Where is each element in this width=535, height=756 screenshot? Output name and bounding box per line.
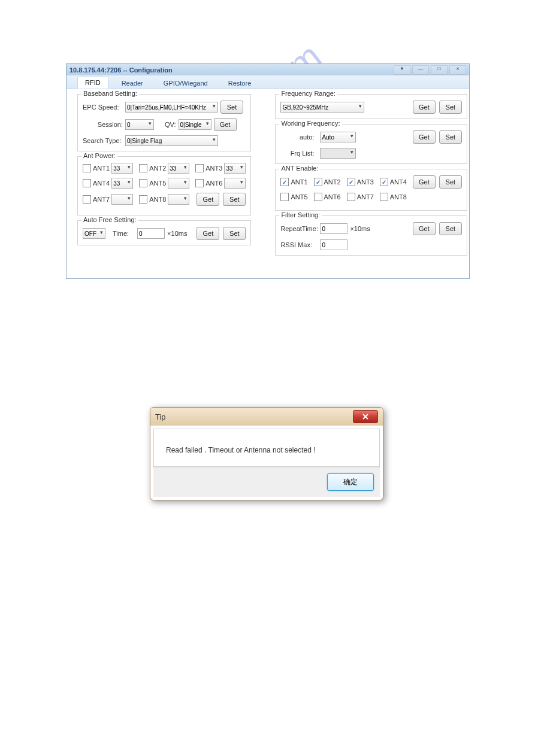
ant-enable-5-label: ANT5 xyxy=(291,193,307,201)
ant2-checkbox[interactable] xyxy=(139,164,147,172)
ant-enable-6-label: ANT6 xyxy=(324,193,341,201)
minimize-window-button[interactable]: — xyxy=(412,65,429,75)
auto-select[interactable] xyxy=(320,132,356,142)
auto-free-get-button[interactable]: Get xyxy=(197,227,219,240)
session-label: Session: xyxy=(83,121,123,128)
rssi-max-input[interactable] xyxy=(320,239,347,250)
repeat-time-input[interactable] xyxy=(320,223,347,234)
ant5-checkbox[interactable] xyxy=(139,179,147,187)
dialog-title: Tip xyxy=(155,412,166,421)
ant-enable-group: ANT Enable: ✓ANT1 ✓ANT2 ✓ANT3 ✓ANT4 Get … xyxy=(275,169,467,211)
ant-enable-get-button[interactable]: Get xyxy=(413,175,436,189)
ant5-power-select[interactable] xyxy=(168,178,189,189)
ant-enable-1-label: ANT1 xyxy=(291,178,307,186)
tab-row: RFID Reader GPIO/Wiegand Restore xyxy=(67,75,469,89)
ant-enable-8-label: ANT8 xyxy=(390,193,407,201)
freq-range-select[interactable] xyxy=(280,102,364,113)
auto-label: auto: xyxy=(280,133,314,141)
ant2-power-select[interactable] xyxy=(168,163,189,174)
maximize-window-button[interactable]: □ xyxy=(431,65,448,75)
dialog-titlebar: Tip xyxy=(150,408,383,426)
ant8-label: ANT8 xyxy=(149,196,166,203)
freq-range-set-button[interactable]: Set xyxy=(439,101,462,114)
working-freq-set-button[interactable]: Set xyxy=(439,130,462,144)
close-window-button[interactable]: × xyxy=(449,65,466,75)
frq-list-select[interactable] xyxy=(320,148,356,159)
filter-group: Filter Setting: RepeatTime: ×10ms Get Se… xyxy=(275,215,467,256)
ant3-label: ANT3 xyxy=(205,165,222,172)
ant8-power-select[interactable] xyxy=(168,194,189,205)
ant7-checkbox[interactable] xyxy=(83,195,91,204)
ant4-label: ANT4 xyxy=(93,180,110,187)
ant-power-get-button[interactable]: Get xyxy=(197,193,219,206)
baseband-get-button[interactable]: Get xyxy=(214,118,237,131)
tab-reader[interactable]: Reader xyxy=(114,78,150,89)
ant-power-group: Ant Power: ANT1 ANT2 ANT3 ANT4 ANT5 ANT6… xyxy=(77,156,251,215)
tab-restore[interactable]: Restore xyxy=(221,78,259,89)
ant3-power-select[interactable] xyxy=(224,163,246,174)
dropdown-window-button[interactable]: ▾ xyxy=(394,65,410,75)
ant2-label: ANT2 xyxy=(149,165,166,172)
close-icon xyxy=(362,414,369,420)
auto-free-unit: ×10ms xyxy=(167,230,187,237)
ant6-power-select[interactable] xyxy=(224,178,246,189)
ant-enable-7-label: ANT7 xyxy=(357,193,374,201)
ant6-label: ANT6 xyxy=(205,180,222,187)
config-window: 10.8.175.44:7206 -- Configuration ▾ — □ … xyxy=(66,63,470,279)
auto-free-off-select[interactable] xyxy=(83,228,105,239)
dialog-close-button[interactable] xyxy=(353,410,378,423)
ant-enable-set-button[interactable]: Set xyxy=(439,175,462,189)
epc-speed-select[interactable] xyxy=(125,102,218,113)
ant5-label: ANT5 xyxy=(149,180,166,187)
working-freq-group: Working Frequency: auto: Get Set Frq Lis… xyxy=(275,124,467,164)
ant-enable-8-checkbox[interactable] xyxy=(380,193,388,201)
ant1-power-select[interactable] xyxy=(111,163,133,174)
ant-enable-6-checkbox[interactable] xyxy=(314,193,322,201)
dialog-footer: 确定 xyxy=(153,467,380,497)
ant-enable-7-checkbox[interactable] xyxy=(347,193,355,201)
ant-enable-4-checkbox[interactable]: ✓ xyxy=(380,178,388,186)
qv-select[interactable] xyxy=(179,119,211,130)
search-type-select[interactable] xyxy=(125,135,218,146)
ant-enable-2-checkbox[interactable]: ✓ xyxy=(314,178,322,186)
ant4-checkbox[interactable] xyxy=(83,179,91,187)
repeat-unit: ×10ms xyxy=(350,225,370,232)
tip-dialog: Tip Read failed . Timeout or Antenna not… xyxy=(150,407,383,500)
freq-range-title: Frequency Range: xyxy=(279,90,337,97)
auto-free-group: Auto Free Setting: Time: ×10ms Get Set xyxy=(77,220,251,245)
filter-title: Filter Setting: xyxy=(279,211,322,218)
ant1-label: ANT1 xyxy=(93,165,110,172)
ant-enable-1-checkbox[interactable]: ✓ xyxy=(280,178,289,186)
baseband-group: Baseband Setting: EPC Speed: Set Session… xyxy=(77,94,251,151)
ant1-checkbox[interactable] xyxy=(83,164,91,172)
tab-rfid[interactable]: RFID xyxy=(77,77,108,89)
tab-gpio-wiegand[interactable]: GPIO/Wiegand xyxy=(156,78,215,89)
session-select[interactable] xyxy=(125,119,154,130)
ant4-power-select[interactable] xyxy=(111,178,133,189)
filter-get-button[interactable]: Get xyxy=(413,222,436,235)
window-titlebar: 10.8.175.44:7206 -- Configuration ▾ — □ … xyxy=(67,64,469,75)
ant-power-title: Ant Power: xyxy=(81,152,117,159)
freq-range-get-button[interactable]: Get xyxy=(413,101,436,114)
ant-enable-3-label: ANT3 xyxy=(357,178,374,186)
dialog-message: Read failed . Timeout or Antenna not sel… xyxy=(153,429,380,467)
search-type-label: Search Type: xyxy=(83,137,123,144)
ant-power-set-button[interactable]: Set xyxy=(223,193,246,206)
auto-free-set-button[interactable]: Set xyxy=(223,227,246,240)
baseband-set-button[interactable]: Set xyxy=(220,101,243,114)
ant-enable-5-checkbox[interactable] xyxy=(280,193,289,201)
auto-free-time-input[interactable] xyxy=(137,228,165,239)
freq-range-group: Frequency Range: Get Set xyxy=(275,94,467,119)
working-freq-get-button[interactable]: Get xyxy=(413,130,436,144)
dialog-ok-button[interactable]: 确定 xyxy=(327,473,374,491)
ant3-checkbox[interactable] xyxy=(195,164,204,172)
ant7-power-select[interactable] xyxy=(111,194,133,205)
ant-enable-3-checkbox[interactable]: ✓ xyxy=(347,178,355,186)
ant8-checkbox[interactable] xyxy=(139,195,147,204)
ant-enable-2-label: ANT2 xyxy=(324,178,341,186)
ant6-checkbox[interactable] xyxy=(195,179,204,187)
ant-enable-title: ANT Enable: xyxy=(279,165,320,172)
repeat-time-label: RepeatTime: xyxy=(280,225,318,232)
filter-set-button[interactable]: Set xyxy=(439,222,462,235)
qv-label: QV: xyxy=(165,121,176,128)
